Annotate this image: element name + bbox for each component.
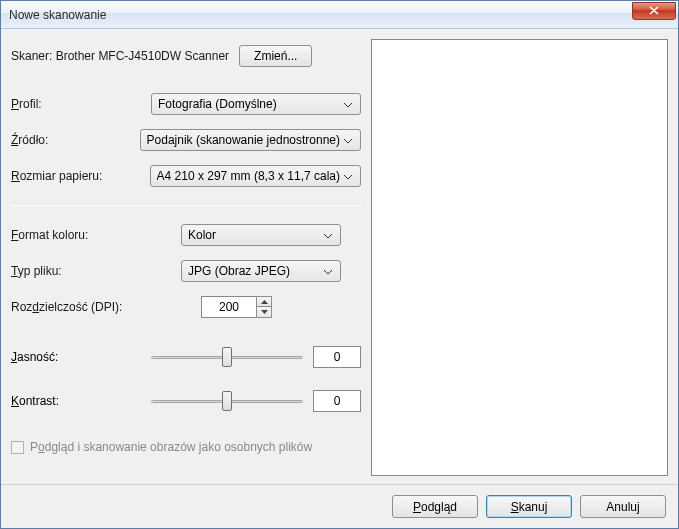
chevron-up-icon bbox=[261, 300, 268, 304]
chevron-down-icon bbox=[340, 97, 356, 111]
separate-files-label: Podgląd i skanowanie obrazów jako osobny… bbox=[30, 440, 312, 454]
source-label: Źródło: bbox=[11, 133, 140, 147]
file-type-combo[interactable]: JPG (Obraz JPEG) bbox=[181, 260, 341, 282]
paper-size-label: Rozmiar papieru: bbox=[11, 169, 150, 183]
separate-files-checkbox-row: Podgląd i skanowanie obrazów jako osobny… bbox=[11, 440, 361, 454]
contrast-slider[interactable] bbox=[151, 390, 303, 412]
chevron-down-icon bbox=[261, 310, 268, 314]
paper-size-combo[interactable]: A4 210 x 297 mm (8,3 x 11,7 cala) bbox=[150, 165, 361, 187]
brightness-value[interactable] bbox=[313, 346, 361, 368]
scan-button[interactable]: Skanuj bbox=[486, 495, 572, 518]
separator bbox=[11, 205, 361, 206]
dpi-spin-up[interactable] bbox=[256, 296, 272, 307]
chevron-down-icon bbox=[340, 133, 356, 147]
source-combo[interactable]: Podajnik (skanowanie jednostronne) bbox=[140, 129, 361, 151]
dpi-input[interactable] bbox=[201, 296, 257, 318]
window-title: Nowe skanowanie bbox=[9, 8, 106, 22]
brightness-label: Jasność: bbox=[11, 350, 151, 364]
close-icon bbox=[649, 6, 659, 15]
chevron-down-icon bbox=[340, 169, 356, 183]
color-format-label: Format koloru: bbox=[11, 228, 151, 242]
preview-button[interactable]: Podgląd bbox=[392, 495, 478, 518]
dialog-footer: Podgląd Skanuj Anuluj bbox=[1, 484, 678, 528]
profile-label: Profil: bbox=[11, 97, 151, 111]
slider-thumb[interactable] bbox=[222, 391, 232, 411]
contrast-value[interactable] bbox=[313, 390, 361, 412]
scanner-label: Skaner: Brother MFC-J4510DW Scanner bbox=[11, 49, 229, 63]
color-format-combo[interactable]: Kolor bbox=[181, 224, 341, 246]
file-type-label: Typ pliku: bbox=[11, 264, 151, 278]
preview-area bbox=[371, 39, 668, 476]
settings-panel: Skaner: Brother MFC-J4510DW Scanner Zmie… bbox=[11, 39, 361, 484]
dialog-body: Skaner: Brother MFC-J4510DW Scanner Zmie… bbox=[1, 29, 678, 484]
dpi-spin-down[interactable] bbox=[256, 307, 272, 318]
change-scanner-button[interactable]: Zmień... bbox=[239, 45, 312, 67]
separate-files-checkbox bbox=[11, 441, 24, 454]
slider-thumb[interactable] bbox=[222, 347, 232, 367]
contrast-label: Kontrast: bbox=[11, 394, 151, 408]
close-button[interactable] bbox=[632, 2, 676, 20]
chevron-down-icon bbox=[320, 264, 336, 278]
scan-dialog: Nowe skanowanie Skaner: Brother MFC-J451… bbox=[0, 0, 679, 529]
titlebar: Nowe skanowanie bbox=[1, 1, 678, 29]
brightness-slider[interactable] bbox=[151, 346, 303, 368]
dpi-label: Rozdzielczość (DPI): bbox=[11, 300, 151, 314]
profile-combo[interactable]: Fotografia (Domyślne) bbox=[151, 93, 361, 115]
cancel-button[interactable]: Anuluj bbox=[580, 495, 666, 518]
preview-panel bbox=[371, 39, 668, 484]
chevron-down-icon bbox=[320, 228, 336, 242]
